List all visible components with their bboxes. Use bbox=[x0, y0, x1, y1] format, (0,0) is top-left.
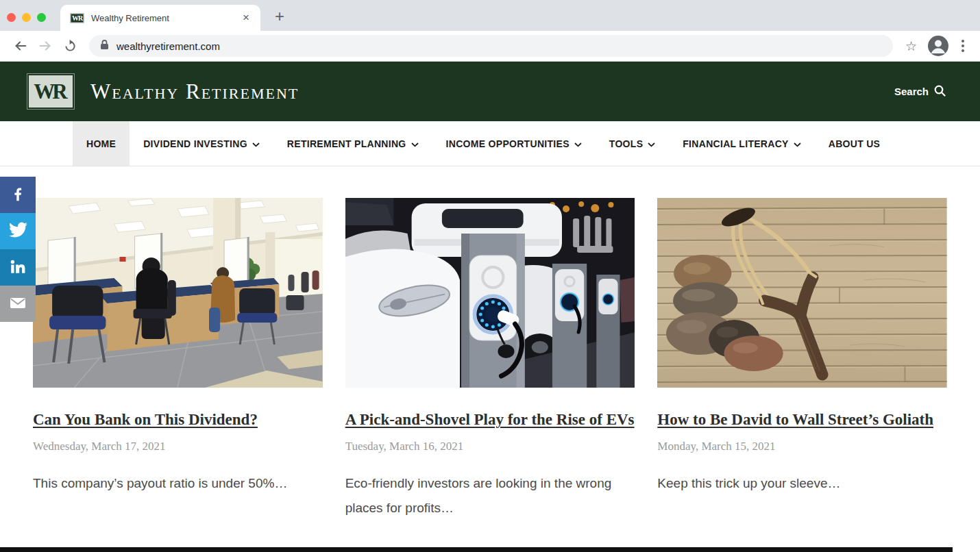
article-date: Tuesday, March 16, 2021 bbox=[345, 440, 635, 453]
tab-close-icon[interactable]: × bbox=[241, 11, 251, 25]
article-card: A Pick-and-Shovel Play for the Rise of E… bbox=[345, 198, 635, 520]
browser-toolbar: wealthyretirement.com ☆ bbox=[0, 31, 980, 62]
nav-item-home[interactable]: HOME bbox=[73, 121, 130, 166]
forward-icon[interactable] bbox=[35, 36, 56, 56]
article-image-bank-branch-interior[interactable] bbox=[33, 198, 323, 388]
article-title[interactable]: A Pick-and-Shovel Play for the Rise of E… bbox=[345, 410, 635, 430]
chevron-down-icon bbox=[794, 138, 801, 149]
nav-item-about-us[interactable]: ABOUT US bbox=[815, 121, 894, 166]
article-date: Monday, March 15, 2021 bbox=[657, 440, 947, 453]
minimize-window-button[interactable] bbox=[22, 13, 31, 22]
search-button[interactable]: Search bbox=[894, 85, 946, 99]
article-excerpt: Eco-friendly investors are looking in th… bbox=[345, 471, 635, 519]
article-title[interactable]: Can You Bank on This Dividend? bbox=[33, 410, 323, 430]
reload-icon[interactable] bbox=[60, 36, 80, 56]
article-excerpt: This company’s payout ratio is under 50%… bbox=[33, 471, 323, 495]
linkedin-icon bbox=[9, 258, 27, 278]
email-share-button[interactable] bbox=[0, 286, 36, 322]
site-name: Wealthy Retirement bbox=[90, 79, 299, 104]
tab-strip: WR Wealthy Retirement × + bbox=[0, 0, 980, 31]
chevron-down-icon bbox=[252, 138, 260, 149]
profile-avatar[interactable] bbox=[928, 36, 948, 56]
site-logo[interactable]: WR Wealthy Retirement bbox=[29, 75, 299, 108]
search-label: Search bbox=[894, 86, 929, 97]
latest-articles: Can You Bank on This Dividend? Wednesday… bbox=[33, 198, 947, 520]
main-navigation: HOME DIVIDEND INVESTING RETIREMENT PLANN… bbox=[0, 121, 980, 166]
twitter-icon bbox=[9, 221, 27, 242]
nav-item-income-opportunities[interactable]: INCOME OPPORTUNITIES bbox=[432, 121, 596, 166]
article-excerpt: Keep this trick up your sleeve… bbox=[657, 471, 947, 495]
new-tab-button[interactable]: + bbox=[269, 5, 291, 27]
search-icon bbox=[934, 85, 946, 99]
close-window-button[interactable] bbox=[7, 13, 16, 22]
browser-window: WR Wealthy Retirement × + wealthyretirem… bbox=[0, 0, 980, 552]
nav-item-retirement-planning[interactable]: RETIREMENT PLANNING bbox=[273, 121, 432, 166]
chevron-down-icon bbox=[648, 138, 655, 149]
zoom-window-button[interactable] bbox=[37, 13, 46, 22]
facebook-share-button[interactable] bbox=[0, 177, 36, 213]
url-text[interactable]: wealthyretirement.com bbox=[117, 40, 220, 52]
tab-title: Wealthy Retirement bbox=[91, 13, 241, 23]
nav-item-tools[interactable]: TOOLS bbox=[596, 121, 669, 166]
lock-icon[interactable] bbox=[100, 39, 109, 53]
linkedin-share-button[interactable] bbox=[0, 249, 36, 286]
facebook-icon bbox=[9, 185, 27, 205]
bookmark-star-icon[interactable]: ☆ bbox=[905, 38, 917, 54]
article-title[interactable]: How to Be David to Wall Street’s Goliath bbox=[657, 410, 947, 430]
article-image-ev-charging-stations[interactable] bbox=[345, 198, 635, 388]
browser-tab[interactable]: WR Wealthy Retirement × bbox=[60, 5, 260, 31]
logo-monogram: WR bbox=[29, 75, 73, 108]
article-date: Wednesday, March 17, 2021 bbox=[33, 440, 323, 453]
chevron-down-icon bbox=[411, 138, 419, 149]
site-header: WR Wealthy Retirement Search bbox=[0, 62, 980, 121]
article-card: Can You Bank on This Dividend? Wednesday… bbox=[33, 198, 323, 520]
site-favicon: WR bbox=[70, 13, 84, 23]
address-bar[interactable]: wealthyretirement.com bbox=[89, 35, 893, 57]
chevron-down-icon bbox=[574, 138, 582, 149]
nav-item-dividend-investing[interactable]: DIVIDEND INVESTING bbox=[130, 121, 273, 166]
browser-menu-icon[interactable] bbox=[954, 36, 972, 56]
social-share-sidebar bbox=[0, 177, 36, 322]
twitter-share-button[interactable] bbox=[0, 213, 36, 249]
footer-divider-bar bbox=[0, 547, 953, 552]
article-card: How to Be David to Wall Street’s Goliath… bbox=[657, 198, 947, 520]
email-icon bbox=[8, 293, 27, 315]
nav-item-financial-literacy[interactable]: FINANCIAL LITERACY bbox=[669, 121, 814, 166]
traffic-lights bbox=[7, 13, 46, 22]
article-image-slingshot-and-stones[interactable] bbox=[657, 198, 947, 388]
back-icon[interactable] bbox=[10, 36, 31, 56]
